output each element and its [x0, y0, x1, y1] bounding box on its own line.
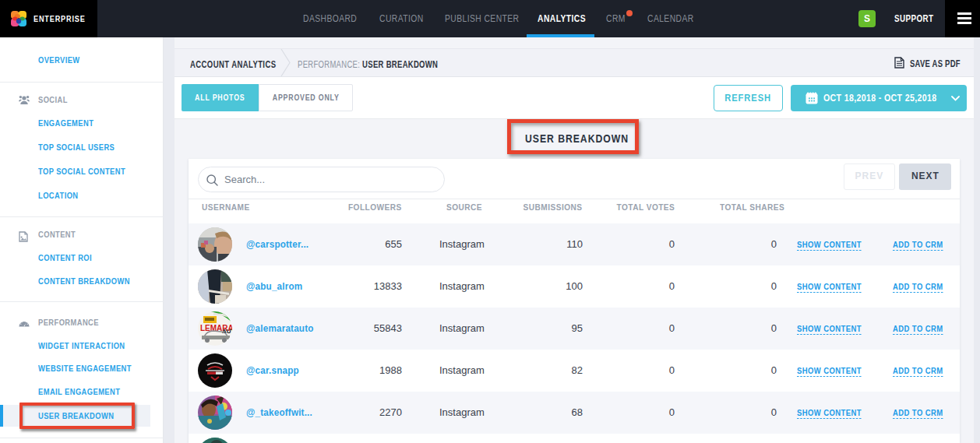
svg-text:AUT: AUT — [222, 328, 232, 335]
